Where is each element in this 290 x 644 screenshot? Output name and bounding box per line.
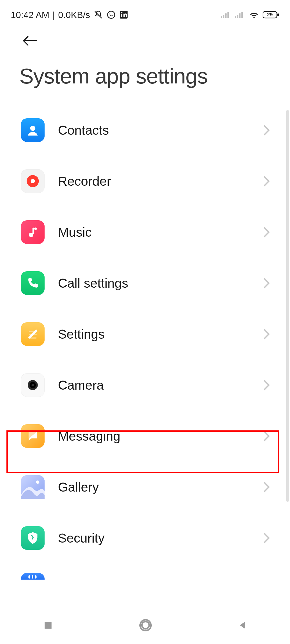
app-label: Call settings bbox=[58, 276, 263, 291]
svg-rect-29 bbox=[32, 575, 33, 579]
nav-bar bbox=[0, 606, 290, 644]
app-label: Messaging bbox=[58, 429, 263, 444]
svg-rect-13 bbox=[277, 13, 279, 16]
calendar-icon bbox=[21, 573, 45, 580]
battery-icon: 29 bbox=[263, 11, 279, 19]
svg-point-16 bbox=[31, 179, 35, 183]
app-label: Contacts bbox=[58, 123, 263, 138]
recorder-icon bbox=[21, 169, 45, 193]
svg-rect-5 bbox=[223, 15, 224, 18]
chevron-right-icon bbox=[263, 329, 274, 339]
svg-rect-10 bbox=[239, 13, 241, 18]
chevron-right-icon bbox=[263, 431, 274, 441]
svg-point-3 bbox=[121, 12, 122, 13]
app-row-settings[interactable]: Settings bbox=[21, 309, 279, 360]
nav-back-button[interactable] bbox=[237, 620, 248, 631]
svg-rect-6 bbox=[225, 13, 227, 18]
app-row-recorder[interactable]: Recorder bbox=[21, 156, 279, 207]
messaging-icon bbox=[21, 424, 45, 448]
svg-point-33 bbox=[142, 622, 149, 629]
chevron-right-icon bbox=[263, 380, 274, 390]
svg-rect-8 bbox=[235, 16, 236, 18]
battery-level: 29 bbox=[263, 11, 277, 19]
app-label: Settings bbox=[58, 327, 263, 342]
app-row-partial[interactable] bbox=[21, 564, 279, 580]
status-right: 29 bbox=[221, 10, 279, 19]
svg-rect-31 bbox=[45, 622, 52, 629]
whatsapp-icon bbox=[106, 10, 116, 20]
camera-icon bbox=[21, 373, 45, 397]
chevron-right-icon bbox=[263, 482, 274, 492]
svg-point-14 bbox=[30, 126, 35, 131]
svg-rect-18 bbox=[32, 228, 34, 234]
nav-recent-button[interactable] bbox=[42, 619, 54, 631]
wifi-icon bbox=[249, 10, 259, 19]
gallery-icon bbox=[21, 475, 45, 499]
status-net-speed: 0.0KB/s bbox=[58, 10, 90, 20]
page-title: System app settings bbox=[0, 58, 290, 105]
chevron-right-icon bbox=[263, 227, 274, 237]
chevron-right-icon bbox=[263, 278, 274, 288]
back-button[interactable] bbox=[21, 35, 39, 48]
status-time: 10:42 AM bbox=[11, 10, 49, 20]
app-label: Gallery bbox=[58, 480, 263, 495]
app-list: Contacts Recorder Music Call settings Se… bbox=[0, 105, 290, 580]
status-left: 10:42 AM | 0.0KB/s bbox=[11, 10, 128, 20]
svg-rect-2 bbox=[121, 14, 122, 17]
svg-rect-4 bbox=[221, 16, 222, 18]
svg-rect-30 bbox=[35, 575, 37, 579]
app-row-camera[interactable]: Camera bbox=[21, 360, 279, 411]
notes-icon bbox=[21, 322, 45, 346]
chevron-right-icon bbox=[263, 125, 274, 136]
app-row-security[interactable]: Security bbox=[21, 513, 279, 564]
app-row-contacts[interactable]: Contacts bbox=[21, 105, 279, 156]
app-label: Recorder bbox=[58, 174, 263, 189]
app-row-call-settings[interactable]: Call settings bbox=[21, 258, 279, 309]
app-label: Music bbox=[58, 225, 263, 240]
app-row-messaging[interactable]: Messaging bbox=[21, 411, 279, 462]
svg-rect-7 bbox=[227, 12, 229, 18]
signal1-icon bbox=[221, 11, 231, 19]
chevron-right-icon bbox=[263, 533, 274, 543]
app-row-gallery[interactable]: Gallery bbox=[21, 462, 279, 513]
svg-rect-28 bbox=[28, 575, 30, 579]
status-bar: 10:42 AM | 0.0KB/s 29 bbox=[0, 0, 290, 24]
svg-rect-9 bbox=[237, 15, 238, 18]
music-icon bbox=[21, 220, 45, 244]
svg-point-25 bbox=[31, 384, 34, 386]
signal2-icon bbox=[235, 11, 245, 19]
dnd-icon bbox=[93, 10, 103, 20]
scrollbar[interactable] bbox=[286, 110, 289, 502]
app-label: Security bbox=[58, 531, 263, 546]
phone-icon bbox=[21, 271, 45, 295]
chevron-right-icon bbox=[263, 176, 274, 186]
shield-icon bbox=[21, 526, 45, 550]
app-label: Camera bbox=[58, 378, 263, 393]
svg-point-0 bbox=[107, 11, 115, 19]
status-sep: | bbox=[53, 10, 55, 20]
svg-point-27 bbox=[36, 480, 39, 484]
contacts-icon bbox=[21, 118, 45, 142]
linkedin-icon bbox=[119, 10, 128, 19]
app-row-music[interactable]: Music bbox=[21, 207, 279, 258]
nav-home-button[interactable] bbox=[138, 618, 153, 632]
svg-point-19 bbox=[34, 228, 37, 230]
svg-rect-11 bbox=[241, 12, 243, 18]
